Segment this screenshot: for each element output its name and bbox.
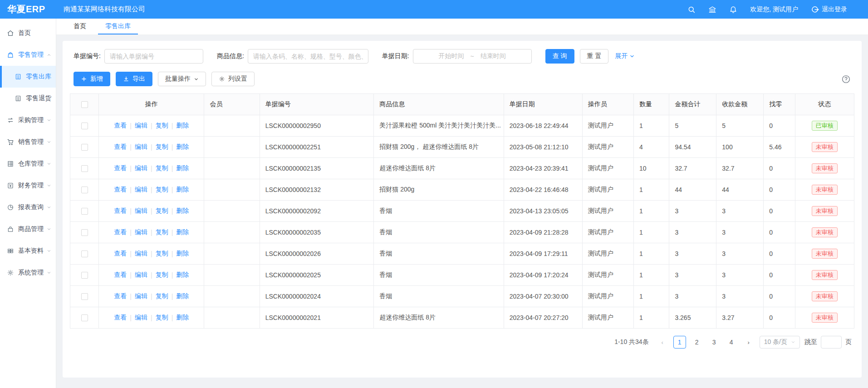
delete-link[interactable]: 删除	[176, 314, 189, 322]
page-button-3[interactable]: 3	[708, 336, 721, 349]
expand-link[interactable]: 展开	[615, 52, 635, 60]
bell-icon[interactable]	[729, 5, 737, 14]
sidebar-item-reports[interactable]: 报表查询	[0, 196, 56, 218]
view-link[interactable]: 查看	[114, 164, 127, 172]
sidebar-item-retail-outbound[interactable]: 零售出库	[0, 66, 56, 88]
sidebar-item-home[interactable]: 首页	[0, 22, 56, 44]
row-checkbox[interactable]	[81, 272, 88, 279]
bill-no-input[interactable]	[104, 49, 203, 64]
table-row: 查看| 编辑| 复制| 删除 LSCK00000002132 招财猫 200g …	[70, 179, 854, 201]
delete-link[interactable]: 删除	[176, 271, 189, 279]
next-page-button[interactable]: ›	[742, 336, 755, 349]
cart-icon	[7, 138, 14, 146]
copy-link[interactable]: 复制	[156, 186, 168, 194]
row-checkbox[interactable]	[81, 208, 88, 215]
copy-link[interactable]: 复制	[156, 122, 168, 130]
reset-button[interactable]: 重 置	[580, 49, 609, 64]
page-size-select[interactable]: 10 条/页	[760, 336, 800, 349]
edit-link[interactable]: 编辑	[135, 292, 147, 300]
row-checkbox[interactable]	[81, 187, 88, 193]
tab-home[interactable]: 首页	[66, 19, 93, 34]
copy-link[interactable]: 复制	[156, 250, 168, 258]
help-icon[interactable]	[841, 74, 851, 84]
row-checkbox[interactable]	[81, 123, 88, 129]
company-name: 南通某某网络科技有限公司	[64, 5, 145, 14]
tab-retail-outbound[interactable]: 零售出库	[98, 19, 138, 34]
row-checkbox[interactable]	[81, 144, 88, 151]
retail-outbound-panel: 单据编号: 商品信息: 单据日期: 开始时间 ~ 结束	[63, 41, 862, 378]
product-info-input[interactable]	[248, 49, 368, 64]
copy-link[interactable]: 复制	[156, 271, 168, 279]
edit-link[interactable]: 编辑	[135, 314, 147, 322]
edit-link[interactable]: 编辑	[135, 122, 147, 130]
copy-link[interactable]: 复制	[156, 143, 168, 151]
delete-link[interactable]: 删除	[176, 292, 189, 300]
edit-link[interactable]: 编辑	[135, 228, 147, 236]
platform-icon[interactable]	[708, 5, 716, 14]
sidebar-item-purchase[interactable]: 采购管理	[0, 109, 56, 131]
view-link[interactable]: 查看	[114, 207, 127, 215]
add-button[interactable]: 新增	[74, 72, 110, 86]
copy-link[interactable]: 复制	[156, 228, 168, 236]
prev-page-button[interactable]: ‹	[656, 336, 669, 349]
qty-cell: 1	[633, 222, 669, 243]
delete-link[interactable]: 删除	[176, 250, 189, 258]
copy-link[interactable]: 复制	[156, 314, 168, 322]
row-checkbox[interactable]	[81, 250, 88, 257]
delete-link[interactable]: 删除	[176, 186, 189, 194]
sidebar-item-sales[interactable]: 销售管理	[0, 131, 56, 153]
edit-link[interactable]: 编辑	[135, 164, 147, 172]
select-all-checkbox[interactable]	[81, 101, 88, 108]
search-button[interactable]: 查 询	[545, 49, 574, 64]
page-button-1[interactable]: 1	[673, 336, 686, 349]
view-link[interactable]: 查看	[114, 228, 127, 236]
edit-link[interactable]: 编辑	[135, 186, 147, 194]
view-link[interactable]: 查看	[114, 143, 127, 151]
edit-link[interactable]: 编辑	[135, 250, 147, 258]
view-link[interactable]: 查看	[114, 292, 127, 300]
row-checkbox[interactable]	[81, 293, 88, 300]
copy-link[interactable]: 复制	[156, 207, 168, 215]
page-button-2[interactable]: 2	[691, 336, 703, 349]
view-link[interactable]: 查看	[114, 250, 127, 258]
column-settings-button[interactable]: 列设置	[211, 72, 255, 86]
batch-operations-button[interactable]: 批量操作	[158, 72, 206, 86]
bill-no-label: 单据编号:	[74, 52, 101, 60]
date-range-picker[interactable]: 开始时间 ~ 结束时间	[413, 49, 532, 64]
jump-to-page-input[interactable]	[821, 336, 842, 349]
delete-link[interactable]: 删除	[176, 228, 189, 236]
edit-link[interactable]: 编辑	[135, 143, 147, 151]
edit-link[interactable]: 编辑	[135, 271, 147, 279]
change-cell: 0	[764, 158, 795, 179]
view-link[interactable]: 查看	[114, 314, 127, 322]
change-cell: 0	[764, 265, 795, 286]
delete-link[interactable]: 删除	[176, 164, 189, 172]
bill-no-cell: LSCK00000002035	[260, 222, 374, 243]
sidebar-item-finance[interactable]: 财务管理	[0, 175, 56, 196]
sidebar-item-retail-return[interactable]: 零售退货	[0, 88, 56, 109]
view-link[interactable]: 查看	[114, 186, 127, 194]
sidebar-item-basic-data[interactable]: 基本资料	[0, 240, 56, 262]
view-link[interactable]: 查看	[114, 122, 127, 130]
logout-button[interactable]: 退出登录	[811, 5, 847, 14]
view-link[interactable]: 查看	[114, 271, 127, 279]
row-checkbox[interactable]	[81, 165, 88, 172]
edit-link[interactable]: 编辑	[135, 207, 147, 215]
chevron-down-icon	[47, 183, 51, 188]
export-button[interactable]: 导出	[116, 72, 152, 86]
row-checkbox[interactable]	[81, 314, 88, 321]
search-icon[interactable]	[687, 5, 696, 14]
sidebar-item-system[interactable]: 系统管理	[0, 262, 56, 284]
delete-link[interactable]: 删除	[176, 122, 189, 130]
delete-link[interactable]: 删除	[176, 143, 189, 151]
topbar: 华夏ERP 南通某某网络科技有限公司 欢迎您, 测试用户 退出登录	[0, 0, 868, 19]
row-checkbox[interactable]	[81, 229, 88, 236]
col-header-change: 找零	[764, 94, 795, 115]
copy-link[interactable]: 复制	[156, 164, 168, 172]
page-button-4[interactable]: 4	[725, 336, 738, 349]
copy-link[interactable]: 复制	[156, 292, 168, 300]
sidebar-item-goods[interactable]: 商品管理	[0, 218, 56, 240]
delete-link[interactable]: 删除	[176, 207, 189, 215]
sidebar-item-retail[interactable]: 零售管理	[0, 44, 56, 66]
sidebar-item-warehouse[interactable]: 仓库管理	[0, 153, 56, 175]
